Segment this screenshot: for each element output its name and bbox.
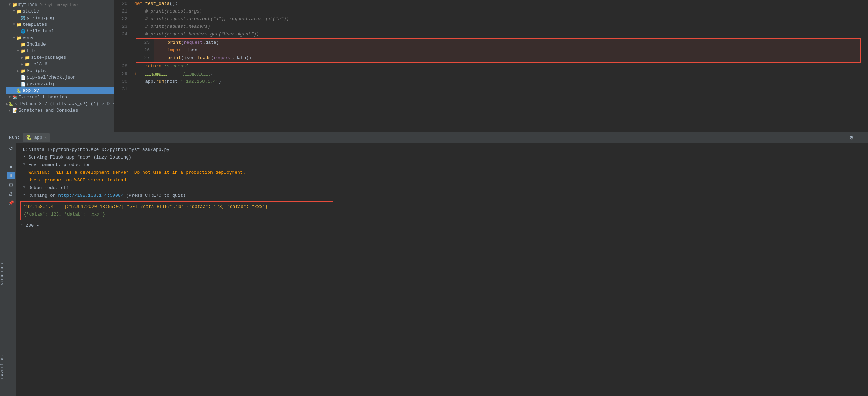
tree-label-myflask: myflask bbox=[18, 2, 38, 7]
tree-label-include: Include bbox=[27, 42, 46, 47]
favorites-label: Favorites bbox=[0, 355, 6, 379]
arrow-tcl: ▶ bbox=[20, 62, 24, 66]
tree-label-hello: hello.html bbox=[27, 29, 54, 34]
run-output-line-10: “ 200 - bbox=[20, 222, 864, 229]
tree-item-site-packages[interactable]: ▶ 📁 site-packages bbox=[6, 54, 114, 61]
folder-icon-venv: 📁 bbox=[16, 35, 22, 40]
code-line-20: 20 def test_data(): bbox=[114, 0, 868, 8]
img-icon-yixing: 🖼 bbox=[20, 16, 26, 21]
settings-button[interactable]: ⚙ bbox=[847, 134, 855, 142]
tree-item-templates[interactable]: ▼ 📁 templates bbox=[6, 21, 114, 28]
tree-item-include[interactable]: 📁 Include bbox=[6, 41, 114, 48]
run-tab-icon: 🐍 bbox=[26, 135, 32, 140]
folder-icon-tcl: 📁 bbox=[24, 62, 30, 67]
line-content-28: return ‘success’| bbox=[132, 63, 868, 70]
scratches-icon: 📝 bbox=[12, 108, 17, 113]
arrow-site-packages: ▶ bbox=[20, 56, 24, 60]
run-toolbar: Run: 🐍 app ✕ ⚙ – bbox=[6, 132, 868, 143]
minimize-button[interactable]: – bbox=[857, 134, 865, 142]
tree-item-myflask[interactable]: ▼ 📁 myflask D:/python/myflask bbox=[6, 1, 114, 8]
tree-label-venv: venv bbox=[23, 35, 33, 40]
run-link[interactable]: http://192.168.1.4:5000/ bbox=[58, 193, 123, 198]
down-button[interactable]: ↓ bbox=[7, 154, 15, 161]
run-tab-label: app bbox=[34, 135, 42, 140]
tree-label-tcl: tcl8.6 bbox=[31, 62, 47, 67]
tree-item-app-py[interactable]: 🐍 app.py bbox=[6, 87, 114, 94]
line-content-24: # print(request.headers.get(“User-Agent”… bbox=[132, 31, 868, 38]
run-label: Run: bbox=[9, 135, 20, 140]
run-output-line-4: WARNING: This is a development server. D… bbox=[20, 169, 864, 177]
run-tab[interactable]: 🐍 app ✕ bbox=[23, 133, 50, 142]
code-editor[interactable]: 20 def test_data(): 21 # print(request.a… bbox=[114, 0, 868, 132]
line-num-25: 25 bbox=[136, 39, 154, 47]
tree-path-myflask: D:/python/myflask bbox=[40, 3, 79, 7]
line-content-21: # print(request.args) bbox=[132, 8, 868, 15]
tree-item-lib[interactable]: ▼ 📁 Lib bbox=[6, 48, 114, 54]
tree-item-ext-libs[interactable]: ▼ 📚 External Libraries bbox=[6, 94, 114, 100]
code-line-23: 23 # print(request.headers) bbox=[114, 23, 868, 31]
arrow-lib: ▼ bbox=[16, 49, 20, 53]
tree-label-templates: templates bbox=[23, 22, 47, 27]
tree-label-lib: Lib bbox=[27, 48, 35, 54]
tree-item-python37[interactable]: ▶ 🐍 < Python 3.7 (fullstack_s2) (1) > D:… bbox=[6, 100, 114, 107]
line-num-26: 26 bbox=[136, 47, 154, 54]
line-content-29: if __name__ == ‘__main__’: bbox=[132, 70, 868, 78]
tree-label-site-packages: site-packages bbox=[31, 55, 66, 60]
line-content-23: # print(request.headers) bbox=[132, 23, 868, 31]
folder-icon-myflask: 📁 bbox=[12, 2, 17, 7]
run-output[interactable]: D:\install\python\python.exe D:/python/m… bbox=[16, 143, 868, 396]
line-content-26: import json bbox=[154, 47, 860, 54]
tree-label-pip: pip-selfcheck.json bbox=[27, 75, 75, 80]
tree-item-scratches[interactable]: ▶ 📝 Scratches and Consoles bbox=[6, 107, 114, 114]
line-num-28: 28 bbox=[114, 63, 132, 70]
line-num-27: 27 bbox=[136, 54, 154, 62]
line-content-27: print(json.loads(request.data)) bbox=[154, 54, 860, 62]
run-output-line-6: * Debug mode: off bbox=[20, 184, 864, 192]
line-content-31 bbox=[132, 86, 868, 93]
arrow-myflask: ▼ bbox=[8, 3, 12, 7]
cfg-icon-pyvenv: 📄 bbox=[20, 82, 26, 87]
code-line-22: 22 # print(request.args.get(“a”), reques… bbox=[114, 15, 868, 23]
folder-icon-static: 📁 bbox=[16, 9, 22, 14]
code-line-31: 31 bbox=[114, 86, 868, 93]
tree-label-scratches: Scratches and Consoles bbox=[18, 108, 78, 113]
tree-label-pyvenv: pyvenv.cfg bbox=[27, 81, 54, 87]
pause-button[interactable]: ⏸ bbox=[7, 172, 15, 179]
tree-item-venv[interactable]: ▼ 📁 venv bbox=[6, 34, 114, 41]
tree-item-static[interactable]: ▼ 📁 static bbox=[6, 8, 114, 15]
pin-button[interactable]: 📌 bbox=[7, 199, 15, 207]
tree-item-pip-selfcheck[interactable]: 📄 pip-selfcheck.json bbox=[6, 74, 114, 81]
tree-item-hello-html[interactable]: 🌐 hello.html bbox=[6, 28, 114, 34]
layout-button[interactable]: ⊞ bbox=[7, 181, 15, 188]
run-tab-close[interactable]: ✕ bbox=[45, 135, 47, 140]
line-num-29: 29 bbox=[114, 70, 132, 78]
code-line-26: 26 import json bbox=[136, 47, 860, 54]
code-line-29: 29 if __name__ == ‘__main__’: bbox=[114, 70, 868, 78]
tree-label-static: static bbox=[23, 9, 39, 14]
highlighted-code-block: 25 print(request.data) 26 import json 27 bbox=[136, 38, 861, 63]
run-actions: ⚙ – bbox=[847, 134, 865, 142]
code-line-25: 25 print(request.data) bbox=[136, 39, 860, 47]
line-content-30: app.run(host=’ 192.168.1.4’) bbox=[132, 78, 868, 86]
print-button[interactable]: 🖨 bbox=[7, 190, 15, 197]
line-num-22: 22 bbox=[114, 15, 132, 23]
tree-label-scripts: Scripts bbox=[27, 68, 46, 73]
run-output-line-5: Use a production WSGI server instead. bbox=[20, 177, 864, 184]
arrow-venv: ▼ bbox=[12, 36, 16, 40]
folder-icon-lib: 📁 bbox=[20, 49, 26, 54]
folder-icon-include: 📁 bbox=[20, 42, 26, 47]
tree-item-scripts[interactable]: ▶ 📁 Scripts bbox=[6, 67, 114, 74]
run-output-line-2: * Serving Flask app “app” (lazy loading) bbox=[20, 154, 864, 161]
tree-item-pyvenv[interactable]: 📄 pyvenv.cfg bbox=[6, 81, 114, 87]
stop-button[interactable]: ■ bbox=[7, 163, 15, 170]
tree-item-yixing[interactable]: 🖼 yixing.png bbox=[6, 15, 114, 21]
line-num-31: 31 bbox=[114, 86, 132, 93]
rerun-button[interactable]: ↺ bbox=[7, 145, 15, 152]
run-output-line-8: 192.168.1.4 -- [21/Jun/2020 18:05:07] “G… bbox=[24, 203, 330, 211]
code-line-24: 24 # print(request.headers.get(“User-Age… bbox=[114, 31, 868, 38]
tree-item-tcl[interactable]: ▶ 📁 tcl8.6 bbox=[6, 61, 114, 67]
run-output-highlighted-block: 192.168.1.4 -- [21/Jun/2020 18:05:07] “G… bbox=[20, 201, 333, 220]
run-output-line-7: * Running on http://192.168.1.4:5000/ (P… bbox=[20, 192, 864, 200]
structure-label: Structure bbox=[0, 261, 6, 285]
run-content-area: ↺ ↓ ■ ⏸ ⊞ 🖨 📌 D:\install\python\python.e… bbox=[6, 143, 868, 396]
